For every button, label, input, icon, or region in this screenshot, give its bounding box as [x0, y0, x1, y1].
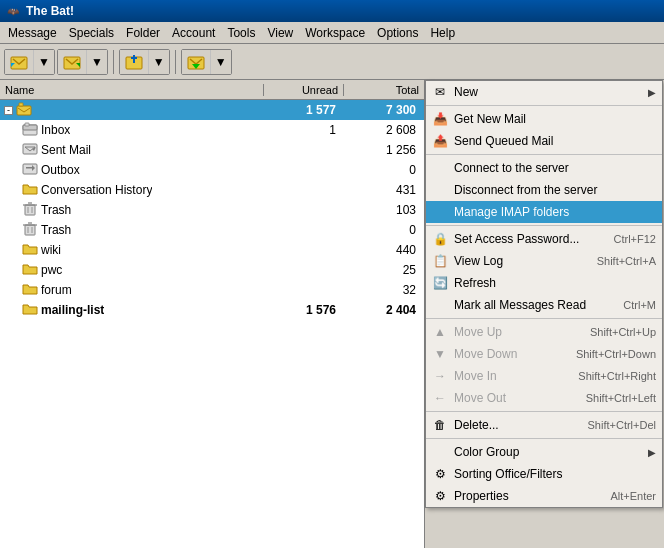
- dropdown-item-delete[interactable]: 🗑Delete...Shift+Ctrl+Del: [426, 414, 662, 436]
- menu-item-account[interactable]: Account: [166, 24, 221, 42]
- folder-label-trash2: Trash: [41, 223, 71, 237]
- folder-icon-wiki: [22, 242, 38, 259]
- dropdown-label-movein: Move In: [454, 369, 568, 383]
- folder-icon-sent: [22, 142, 38, 159]
- toolbar-btn-forward-dropdown[interactable]: ▼: [87, 50, 107, 74]
- folder-icon-mailinglist: [22, 302, 38, 319]
- folder-list: - 1 5777 300 Inbox12 608 Sent Mail1 256 …: [0, 100, 424, 320]
- dropdown-shortcut-markread: Ctrl+M: [623, 299, 656, 311]
- dropdown-item-getnewmail[interactable]: 📥Get New Mail: [426, 108, 662, 130]
- folder-row-forum[interactable]: forum32: [0, 280, 424, 300]
- dropdown-shortcut-properties: Alt+Enter: [610, 490, 656, 502]
- folder-total-account: 7 300: [344, 103, 424, 117]
- toolbar-group-reply: ▼: [4, 49, 55, 75]
- folder-unread-account: 1 577: [264, 103, 344, 117]
- folder-name-cell-wiki: wiki: [0, 242, 264, 259]
- folder-row-sent[interactable]: Sent Mail1 256: [0, 140, 424, 160]
- folder-label-inbox: Inbox: [41, 123, 70, 137]
- dropdown-item-manageimap[interactable]: Manage IMAP folders: [426, 201, 662, 223]
- folder-row-wiki[interactable]: wiki440: [0, 240, 424, 260]
- dropdown-label-properties: Properties: [454, 489, 600, 503]
- dropdown-shortcut-delete: Shift+Ctrl+Del: [588, 419, 656, 431]
- dropdown-item-new[interactable]: ✉New▶: [426, 81, 662, 103]
- dropdown-icon-movein: →: [432, 368, 448, 384]
- folder-icon-account: [16, 102, 32, 119]
- dropdown-separator-sep3: [426, 225, 662, 226]
- folder-icon-outbox: [22, 162, 38, 179]
- folder-total-trash2: 0: [344, 223, 424, 237]
- dropdown-item-viewlog[interactable]: 📋View LogShift+Ctrl+A: [426, 250, 662, 272]
- tree-header: Name Unread Total: [0, 80, 424, 100]
- menu-item-help[interactable]: Help: [424, 24, 461, 42]
- dropdown-item-disconnect[interactable]: Disconnect from the server: [426, 179, 662, 201]
- dropdown-separator-sep4: [426, 318, 662, 319]
- folder-name-cell-convhist: Conversation History: [0, 182, 264, 199]
- menu-item-tools[interactable]: Tools: [221, 24, 261, 42]
- menu-item-message[interactable]: Message: [2, 24, 63, 42]
- dropdown-separator-sep6: [426, 438, 662, 439]
- folder-total-convhist: 431: [344, 183, 424, 197]
- folder-icon-pwc: [22, 262, 38, 279]
- dropdown-label-colorgroup: Color Group: [454, 445, 648, 459]
- title-bar: 🦇 The Bat!: [0, 0, 664, 22]
- folder-row-pwc[interactable]: pwc25: [0, 260, 424, 280]
- dropdown-icon-moveout: ←: [432, 390, 448, 406]
- dropdown-item-markread[interactable]: Mark all Messages ReadCtrl+M: [426, 294, 662, 316]
- menu-item-view[interactable]: View: [261, 24, 299, 42]
- folder-name-cell-outbox: Outbox: [0, 162, 264, 179]
- dropdown-label-sortingoffice: Sorting Office/Filters: [454, 467, 656, 481]
- dropdown-item-properties[interactable]: ⚙PropertiesAlt+Enter: [426, 485, 662, 507]
- toolbar: ▼ ▼ ▼: [0, 44, 664, 80]
- folder-row-outbox[interactable]: Outbox0: [0, 160, 424, 180]
- tree-header-name: Name: [0, 84, 264, 96]
- toolbar-group-getmail: ▼: [181, 49, 232, 75]
- dropdown-label-getnewmail: Get New Mail: [454, 112, 656, 126]
- menu-bar: MessageSpecialsFolderAccountToolsViewWor…: [0, 22, 664, 44]
- expand-icon-account[interactable]: -: [4, 106, 13, 115]
- toolbar-btn-reply[interactable]: [5, 50, 34, 74]
- toolbar-btn-reply-dropdown[interactable]: ▼: [34, 50, 54, 74]
- folder-row-trash2[interactable]: Trash0: [0, 220, 424, 240]
- folder-icon-trash1: [22, 202, 38, 219]
- folder-row-trash1[interactable]: Trash103: [0, 200, 424, 220]
- folder-label-sent: Sent Mail: [41, 143, 91, 157]
- dropdown-separator-sep1: [426, 105, 662, 106]
- dropdown-item-sendqueued[interactable]: 📤Send Queued Mail: [426, 130, 662, 152]
- dropdown-icon-properties: ⚙: [432, 488, 448, 504]
- toolbar-btn-compose[interactable]: [120, 50, 149, 74]
- toolbar-group-forward: ▼: [57, 49, 108, 75]
- menu-item-options[interactable]: Options: [371, 24, 424, 42]
- tree-header-total: Total: [344, 84, 424, 96]
- dropdown-item-connect[interactable]: Connect to the server: [426, 157, 662, 179]
- dropdown-label-connect: Connect to the server: [454, 161, 656, 175]
- toolbar-btn-compose-dropdown[interactable]: ▼: [149, 50, 169, 74]
- folder-name-cell-pwc: pwc: [0, 262, 264, 279]
- toolbar-btn-getmail-dropdown[interactable]: ▼: [211, 50, 231, 74]
- toolbar-btn-getmail[interactable]: [182, 50, 211, 74]
- dropdown-item-setpassword[interactable]: 🔒Set Access Password...Ctrl+F12: [426, 228, 662, 250]
- dropdown-icon-viewlog: 📋: [432, 253, 448, 269]
- toolbar-btn-forward[interactable]: [58, 50, 87, 74]
- folder-row-mailinglist[interactable]: mailing-list1 5762 404: [0, 300, 424, 320]
- dropdown-item-moveup: ▲Move UpShift+Ctrl+Up: [426, 321, 662, 343]
- folder-row-convhist[interactable]: Conversation History431: [0, 180, 424, 200]
- dropdown-icon-getnewmail: 📥: [432, 111, 448, 127]
- dropdown-shortcut-setpassword: Ctrl+F12: [614, 233, 657, 245]
- dropdown-shortcut-viewlog: Shift+Ctrl+A: [597, 255, 656, 267]
- dropdown-label-sendqueued: Send Queued Mail: [454, 134, 656, 148]
- dropdown-shortcut-movedown: Shift+Ctrl+Down: [576, 348, 656, 360]
- folder-row-account[interactable]: - 1 5777 300: [0, 100, 424, 120]
- folder-name-cell-trash2: Trash: [0, 222, 264, 239]
- dropdown-separator-sep2: [426, 154, 662, 155]
- menu-item-folder[interactable]: Folder: [120, 24, 166, 42]
- folder-total-wiki: 440: [344, 243, 424, 257]
- menu-item-workspace[interactable]: Workspace: [299, 24, 371, 42]
- dropdown-item-sortingoffice[interactable]: ⚙Sorting Office/Filters: [426, 463, 662, 485]
- folder-row-inbox[interactable]: Inbox12 608: [0, 120, 424, 140]
- menu-item-specials[interactable]: Specials: [63, 24, 120, 42]
- dropdown-item-movein: →Move InShift+Ctrl+Right: [426, 365, 662, 387]
- toolbar-sep-1: [113, 50, 114, 74]
- dropdown-item-colorgroup[interactable]: Color Group▶: [426, 441, 662, 463]
- folder-label-trash1: Trash: [41, 203, 71, 217]
- dropdown-item-refresh[interactable]: 🔄Refresh: [426, 272, 662, 294]
